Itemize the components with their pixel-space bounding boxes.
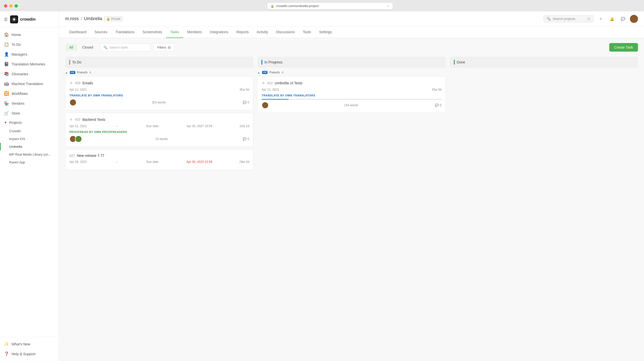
tab-reports[interactable]: Reports [232,26,253,38]
sidebar-item-managers[interactable]: 👤 Managers [0,49,59,59]
brand-logo-icon [10,15,18,23]
search-projects-input[interactable]: 🔍 Search projects / [543,15,594,22]
task-type-badge: TRANSLATE BY OWN TRANSLATORS [262,93,441,97]
task-duration: 10w 1d [239,124,249,128]
sidebar-project-crowdin[interactable]: Crowdin [0,127,59,135]
sidebar-item-todo[interactable]: 📋 To Do [0,40,59,49]
sidebar-item-machine-translation[interactable]: 🤖 Machine Translation [0,79,59,89]
language-group-header-inprogress[interactable]: ▲ FR French 4 [257,68,446,76]
task-avatars [69,99,75,106]
todo-indicator [69,60,70,65]
task-card-new-release[interactable]: #27 New release 7.77 Apr 26, 2023 → Due … [65,149,253,170]
column-todo-title: To Do [72,60,82,64]
sidebar-item-translation-memories[interactable]: 📓 Translation Memories [0,59,59,69]
crowdin-logo-svg [12,17,17,22]
tab-sources[interactable]: Sources [91,26,111,38]
column-todo: To Do ▲ FR French 4 ★ [65,57,253,173]
filter-left: All Closed 🔍 Search tasks Filters ⊟ [65,44,174,51]
assignee-avatar-2 [75,135,82,142]
translation-memories-icon: 📓 [4,62,9,66]
sidebar-project-wp-media[interactable]: WP Real Media Library (un… [0,151,59,158]
tab-tools[interactable]: Tools [299,26,315,38]
tab-members[interactable]: Members [183,26,206,38]
task-progress-fill [262,99,289,100]
tab-screenshots[interactable]: Screenshots [139,26,166,38]
sidebar-project-impact-ios[interactable]: Impact iOS [0,135,59,143]
project-name: WP Real Media Library (un… [9,153,52,156]
sidebar-item-glossaries[interactable]: 📚 Glossaries [0,69,59,79]
sidebar-item-home[interactable]: 🏠 Home [0,30,59,40]
browser-controls: 🔒 crowdin.com/umbrella-project ☆ [4,3,640,9]
language-count: 4 [89,71,91,74]
status-tab-all[interactable]: All [65,44,77,51]
language-group-french-inprogress: ▲ FR French 4 ★ #12 Umbrella UI Texts [257,68,446,113]
star-icon[interactable]: ★ [69,81,73,85]
sidebar-item-whats-new[interactable]: ✨ What's New [0,339,59,349]
projects-caret-icon: ▼ [4,121,7,124]
tab-integrations[interactable]: Integrations [206,26,232,38]
task-card-umbrella-ui[interactable]: ★ #12 Umbrella UI Texts Apr 11, 2021 35w… [257,76,446,113]
comment-number: 0 [248,101,249,104]
tab-discussions[interactable]: Discussions [272,26,299,38]
minimize-button[interactable] [9,4,13,8]
top-bar-actions: 🔍 Search projects / ＋ 🔔 💬 [543,15,638,23]
task-title: New release 7.77 [77,154,104,158]
task-date: Apr 26, 2023 [69,160,87,164]
address-bar[interactable]: 🔒 crowdin.com/umbrella-project ☆ [267,3,393,9]
comment-icon: 💬 [243,101,247,104]
todo-icon: 📋 [4,42,9,47]
sidebar-project-raven[interactable]: Raven App [0,158,59,166]
tab-translations[interactable]: Translations [111,26,139,38]
sidebar-item-label: To Do [12,43,21,47]
search-icon: 🔍 [547,17,551,21]
sidebar-item-workflows[interactable]: 🔀 Workflows [0,89,59,98]
maximize-button[interactable] [15,4,18,8]
tab-settings[interactable]: Settings [315,26,336,38]
task-date: Apr 11, 2021 [69,124,87,128]
tab-activity[interactable]: Activity [253,26,272,38]
menu-toggle-button[interactable]: ☰ [4,17,8,22]
search-tasks-input[interactable]: 🔍 Search tasks [100,44,150,51]
column-inprogress-title: In Progress [264,60,283,64]
privacy-label: Private [111,17,120,21]
star-icon[interactable]: ★ [69,117,73,122]
projects-section-header[interactable]: ▼ Projects [0,118,59,127]
tasks-content: All Closed 🔍 Search tasks Filters ⊟ Crea… [59,38,644,361]
sidebar-item-help-support[interactable]: ❓ Help & Support [0,349,59,359]
task-word-count: 154 words [344,103,358,107]
search-tasks-icon: 🔍 [103,46,107,49]
language-group-french: ▲ FR French 4 ★ #20 Emails [65,68,253,170]
task-card-emails[interactable]: ★ #20 Emails Apr 11, 2021 35w 0d TRANSLA… [65,76,253,110]
sidebar-item-store[interactable]: 🛒 Store [0,108,59,118]
tab-tasks[interactable]: Tasks [166,26,183,38]
task-card-backend-texts[interactable]: ★ #22 Backend Texts Apr 11, 2021 → Due d… [65,113,253,147]
sidebar-item-vendors[interactable]: 🏪 Vendors [0,98,59,108]
sidebar: ☰ crowdin 🏠 Home 📋 To Do [0,11,59,361]
user-avatar[interactable] [630,15,638,23]
sidebar-nav: 🏠 Home 📋 To Do 👤 Managers 📓 Translation … [0,28,59,337]
task-id: #20 [75,81,80,85]
notifications-button[interactable]: 🔔 [608,15,616,23]
task-type-badge: PROOFREAD BY OWN PROOFREADERS [69,130,249,134]
create-task-button[interactable]: Create Task [609,43,638,52]
assignee-avatar [262,102,269,109]
language-count: 4 [282,71,284,74]
search-tasks-placeholder: Search tasks [109,46,128,49]
status-tab-closed[interactable]: Closed [78,44,97,51]
close-button[interactable] [4,4,7,8]
comment-count: 💬 0 [243,137,249,141]
bookmark-icon[interactable]: ☆ [387,4,390,8]
task-footer: 303 words 💬 0 [69,99,249,106]
due-date-value: Apr 30, 2023 23:59 [186,160,212,164]
comment-count: 💬 0 [243,101,249,104]
project-owner: m.ross [65,16,79,21]
sidebar-project-umbrella[interactable]: Umbrella [0,143,59,151]
chat-button[interactable]: 💬 [619,15,627,23]
tab-dashboard[interactable]: Dashboard [65,26,91,38]
add-button[interactable]: ＋ [597,15,605,23]
filters-button[interactable]: Filters ⊟ [153,44,174,51]
star-icon[interactable]: ★ [262,81,265,85]
task-duration: 35w 0d [239,88,249,91]
brand-logo[interactable]: crowdin [10,15,35,23]
language-group-header[interactable]: ▲ FR French 4 [65,68,253,76]
